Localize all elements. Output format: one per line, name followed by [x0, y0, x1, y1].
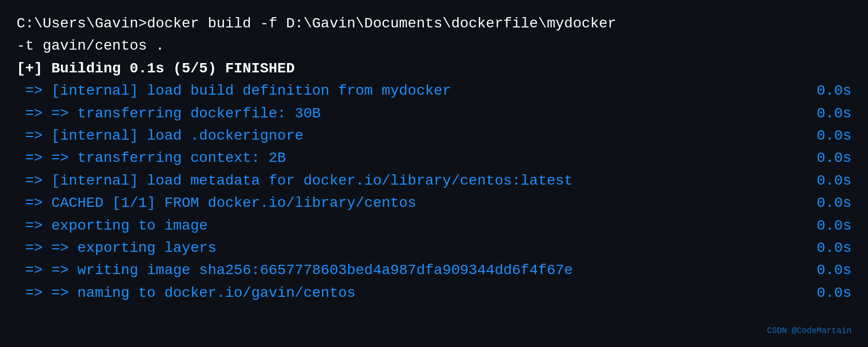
terminal-line-cmd2: -t gavin/centos .	[17, 35, 851, 57]
terminal-line-8: => [internal] load metadata for docker.i…	[17, 170, 851, 192]
terminal-line-11: => => exporting layers 0.0s	[17, 237, 851, 259]
time-13: 0.0s	[817, 282, 851, 304]
watermark: CSDN @CodeMartain	[767, 325, 851, 338]
time-11: 0.0s	[817, 237, 851, 259]
terminal-window: C:\Users\Gavin>docker build -f D:\Gavin\…	[0, 0, 868, 347]
building-text: [+] Building 0.1s (5/5) FINISHED	[17, 57, 295, 80]
time-10: 0.0s	[817, 215, 851, 237]
time-4: 0.0s	[817, 80, 851, 102]
terminal-line-9: => CACHED [1/1] FROM docker.io/library/c…	[17, 192, 851, 214]
cmd-text-2: -t gavin/centos .	[17, 35, 164, 57]
step-text-12: => => writing image sha256:6657778603bed…	[17, 259, 573, 281]
time-7: 0.0s	[817, 147, 851, 169]
time-8: 0.0s	[817, 170, 851, 192]
time-6: 0.0s	[817, 125, 851, 147]
terminal-line-10: => exporting to image 0.0s	[17, 215, 851, 237]
terminal-line-4: => [internal] load build definition from…	[17, 80, 851, 102]
terminal-line-13: => => naming to docker.io/gavin/centos 0…	[17, 282, 851, 304]
step-text-5: => => transferring dockerfile: 30B	[17, 102, 321, 125]
terminal-line-building: [+] Building 0.1s (5/5) FINISHED	[17, 57, 851, 80]
step-text-13: => => naming to docker.io/gavin/centos	[17, 282, 355, 304]
step-text-10: => exporting to image	[17, 215, 208, 237]
terminal-line-6: => [internal] load .dockerignore 0.0s	[17, 125, 851, 147]
time-9: 0.0s	[817, 192, 851, 214]
terminal-line-cmd1: C:\Users\Gavin>docker build -f D:\Gavin\…	[17, 12, 851, 35]
time-5: 0.0s	[817, 102, 851, 125]
time-1	[820, 12, 851, 35]
step-text-7: => => transferring context: 2B	[17, 147, 286, 169]
terminal-line-7: => => transferring context: 2B 0.0s	[17, 147, 851, 169]
step-text-6: => [internal] load .dockerignore	[17, 125, 304, 147]
terminal-line-5: => => transferring dockerfile: 30B 0.0s	[17, 102, 851, 125]
step-text-4: => [internal] load build definition from…	[17, 80, 451, 102]
step-text-8: => [internal] load metadata for docker.i…	[17, 170, 573, 192]
cmd-text-1: C:\Users\Gavin>docker build -f D:\Gavin\…	[17, 12, 616, 35]
step-text-11: => => exporting layers	[17, 237, 216, 259]
time-12: 0.0s	[817, 259, 851, 281]
time-3	[820, 57, 851, 80]
time-2	[820, 35, 851, 57]
terminal-line-12: => => writing image sha256:6657778603bed…	[17, 259, 851, 281]
step-text-9: => CACHED [1/1] FROM docker.io/library/c…	[17, 192, 416, 214]
